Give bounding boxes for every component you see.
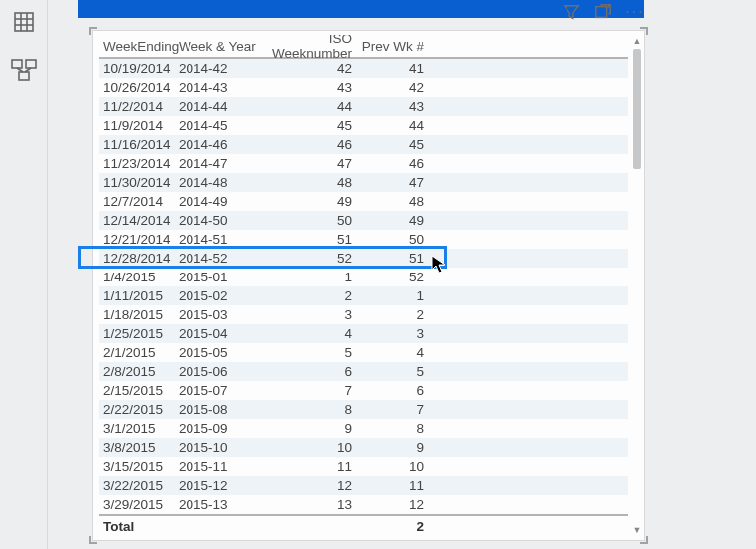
cell-isoweek: 50 [260,213,360,228]
scroll-up-arrow[interactable]: ▲ [632,35,642,47]
cell-isoweek: 8 [260,402,360,417]
col-header-weekyear[interactable]: Week & Year [179,39,260,54]
table-row[interactable]: 2/1/20152015-0554 [99,343,628,362]
cell-weekyear: 2015-11 [179,459,260,474]
cell-isoweek: 7 [260,383,360,398]
cell-weekyear: 2015-05 [179,345,260,360]
cell-weekending: 11/16/2014 [99,137,179,152]
data-view-icon[interactable] [10,8,38,36]
cell-prevwk: 7 [360,402,430,417]
cell-weekyear: 2015-09 [179,421,260,436]
cell-weekyear: 2015-06 [179,364,260,379]
resize-handle-tr[interactable] [640,27,648,35]
table-row[interactable]: 11/23/20142014-474746 [99,154,628,173]
table-row[interactable]: 2/22/20152015-0887 [99,400,628,419]
col-header-weekending[interactable]: WeekEnding [99,39,179,54]
table-row[interactable]: 3/15/20152015-111110 [99,457,628,476]
cell-isoweek: 47 [260,156,360,171]
table-row[interactable]: 12/21/20142014-515150 [99,230,628,249]
cell-weekending: 3/1/2015 [99,421,179,436]
table-row[interactable]: 10/26/20142014-434342 [99,78,628,97]
table-row[interactable]: 3/29/20152015-131312 [99,495,628,514]
cell-prevwk: 10 [360,459,430,474]
focus-mode-icon[interactable] [592,1,614,23]
cell-isoweek: 6 [260,364,360,379]
table-row[interactable]: 11/16/20142014-464645 [99,135,628,154]
resize-handle-tl[interactable] [89,27,97,35]
table-row[interactable]: 12/28/20142014-525251 [99,249,628,268]
resize-handle-br[interactable] [640,536,648,544]
table-row[interactable]: 11/30/20142014-484847 [99,173,628,192]
cell-isoweek: 42 [260,61,360,76]
vertical-scrollbar[interactable]: ▲ ▼ [632,35,642,536]
cell-isoweek: 52 [260,251,360,266]
resize-handle-bl[interactable] [89,536,97,544]
cell-weekyear: 2014-50 [179,213,260,228]
cell-prevwk: 43 [360,99,430,114]
cell-weekyear: 2014-49 [179,194,260,209]
cell-weekyear: 2015-10 [179,440,260,455]
cell-prevwk: 41 [360,61,430,76]
table-row[interactable]: 2/15/20152015-0776 [99,381,628,400]
cell-isoweek: 10 [260,440,360,455]
table-row[interactable]: 1/4/20152015-01152 [99,268,628,286]
cell-weekyear: 2015-01 [179,270,260,284]
table-row[interactable]: 2/8/20152015-0665 [99,362,628,381]
scroll-down-arrow[interactable]: ▼ [632,524,642,536]
cell-weekending: 1/11/2015 [99,288,179,303]
table-row[interactable]: 3/8/20152015-10109 [99,438,628,457]
cell-isoweek: 13 [260,497,360,512]
cell-weekending: 12/7/2014 [99,194,179,209]
table-row[interactable]: 11/2/20142014-444443 [99,97,628,116]
cell-weekending: 3/29/2015 [99,497,179,512]
visual-title-bar [78,0,644,18]
cell-weekyear: 2015-12 [179,478,260,493]
cell-weekyear: 2014-48 [179,175,260,190]
cell-weekending: 1/4/2015 [99,270,179,284]
cell-weekending: 1/25/2015 [99,326,179,341]
cell-prevwk: 9 [360,440,430,455]
cell-weekending: 12/14/2014 [99,213,179,228]
scroll-thumb[interactable] [633,49,641,169]
cell-weekyear: 2015-08 [179,402,260,417]
filter-icon[interactable] [561,1,582,23]
table-row[interactable]: 12/7/20142014-494948 [99,192,628,211]
table-row[interactable]: 3/1/20152015-0998 [99,419,628,438]
more-options-icon[interactable]: ··· [624,1,646,23]
cell-weekyear: 2015-04 [179,326,260,341]
cell-prevwk: 4 [360,345,430,360]
table-body: 10/19/20142014-42424110/26/20142014-4343… [99,59,628,514]
model-view-icon[interactable] [10,56,38,84]
cell-prevwk: 42 [360,80,430,95]
cell-weekyear: 2014-44 [179,99,260,114]
cell-weekending: 11/2/2014 [99,99,179,114]
cell-weekending: 11/30/2014 [99,175,179,190]
table-header-row[interactable]: WeekEnding Week & Year ISO Weeknumber Pr… [99,35,628,59]
table-total-row: Total 2 [99,514,628,536]
table-row[interactable]: 10/19/20142014-424241 [99,59,628,78]
table-row[interactable]: 1/18/20152015-0332 [99,305,628,324]
table-row[interactable]: 12/14/20142014-505049 [99,211,628,230]
cell-prevwk: 50 [360,232,430,247]
visual-toolbar: ··· [561,0,646,24]
cell-prevwk: 11 [360,478,430,493]
col-header-prevwk[interactable]: Prev Wk # [360,39,430,54]
table-visual[interactable]: ▲ ▼ WeekEnding Week & Year ISO Weeknumbe… [92,30,645,541]
cell-isoweek: 3 [260,307,360,322]
cell-isoweek: 43 [260,80,360,95]
table-row[interactable]: 11/9/20142014-454544 [99,116,628,135]
cell-prevwk: 2 [360,307,430,322]
svg-rect-10 [596,7,607,18]
cell-weekyear: 2014-51 [179,232,260,247]
table-row[interactable]: 3/22/20152015-121211 [99,476,628,495]
cell-weekyear: 2014-45 [179,118,260,133]
table-row[interactable]: 1/25/20152015-0443 [99,324,628,343]
table-row[interactable]: 1/11/20152015-0221 [99,286,628,305]
cell-weekyear: 2015-02 [179,288,260,303]
cell-weekyear: 2015-07 [179,383,260,398]
cell-weekending: 2/15/2015 [99,383,179,398]
cell-weekending: 3/22/2015 [99,478,179,493]
cell-isoweek: 11 [260,459,360,474]
cell-weekending: 2/1/2015 [99,345,179,360]
col-header-isoweek[interactable]: ISO Weeknumber [260,35,360,61]
